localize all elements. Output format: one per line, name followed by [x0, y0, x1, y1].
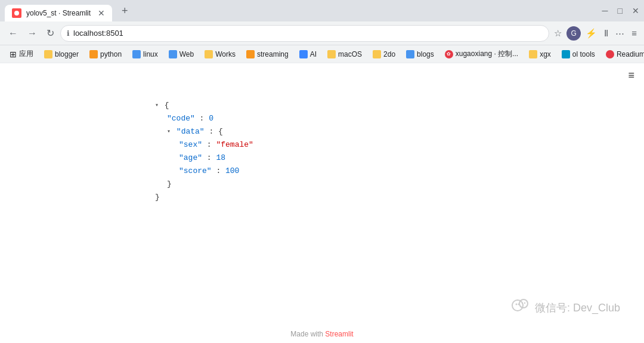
watermark-text: 微信号: Dev_Club [535, 301, 620, 315]
profile-button[interactable]: G [566, 26, 581, 41]
bookmark-2do-icon [373, 50, 381, 58]
new-tab-button[interactable]: + [117, 2, 133, 20]
refresh-button[interactable]: ↻ [43, 25, 58, 41]
bookmark-streaming-icon [246, 50, 255, 58]
ext4-button[interactable]: ≡ [629, 26, 639, 41]
bookmark-xgx[interactable]: xgx [524, 49, 556, 60]
collapse-arrow-data[interactable]: ▾ [167, 125, 171, 138]
close-button[interactable]: ✕ [632, 6, 639, 16]
bookmark-oltools-label: ol tools [572, 50, 595, 58]
json-colon-data: : { [205, 125, 223, 138]
bookmark-streaming[interactable]: streaming [242, 49, 293, 60]
watermark: 微信号: Dev_Club [511, 296, 620, 319]
json-key-code: "code" [167, 112, 195, 125]
window-controls: ─ □ ✕ [602, 6, 639, 16]
bookmark-ai[interactable]: AI [295, 49, 321, 60]
bookmark-python-label: python [100, 50, 122, 58]
json-close-brace-data: } [167, 178, 172, 191]
json-colon-age: : [202, 152, 216, 165]
bookmark-xugaoxiang[interactable]: ✿ xugaoxiang · 控制... [440, 48, 523, 60]
json-line-3: ▾ "data" : { [167, 125, 644, 138]
tab-title: yolov5_st · Streamlit [26, 9, 91, 17]
json-line-1: ▾ { [155, 99, 644, 112]
active-tab[interactable]: yolov5_st · Streamlit ✕ [5, 5, 112, 21]
json-key-sex: "sex" [179, 138, 202, 152]
bookmark-xugaoxiang-icon: ✿ [445, 50, 453, 58]
json-key-score: "score" [179, 165, 212, 178]
bookmark-xgx-icon [529, 50, 537, 58]
nav-bar: ← → ↻ ℹ localhost:8501 ☆ G ⚡ Ⅱ ⋯ ≡ [0, 21, 644, 45]
json-colon-code: : [195, 112, 209, 125]
extensions-button[interactable]: ⚡ [583, 26, 599, 41]
bookmark-star-button[interactable]: ☆ [552, 26, 564, 41]
bookmark-blogs-label: blogs [417, 50, 434, 58]
back-button[interactable]: ← [5, 26, 21, 41]
json-key-data: "data" [172, 125, 205, 138]
bookmark-streaming-label: streaming [257, 50, 289, 58]
json-close-brace-root: } [155, 191, 160, 204]
ext3-button[interactable]: ⋯ [613, 26, 627, 41]
bookmark-readium-label: Readium [617, 50, 644, 58]
bookmark-linux-label: linux [143, 50, 158, 58]
json-value-code: 0 [209, 112, 213, 125]
json-line-6: "score" : 100 [179, 165, 644, 178]
wechat-icon [511, 296, 530, 319]
bookmark-xgx-label: xgx [540, 50, 551, 58]
svg-point-5 [522, 302, 523, 304]
collapse-arrow-root[interactable]: ▾ [155, 99, 159, 112]
lock-icon: ℹ [67, 29, 70, 38]
title-bar: yolov5_st · Streamlit ✕ + ─ □ ✕ [0, 0, 644, 21]
bookmark-macos[interactable]: macOS [323, 49, 367, 60]
bookmark-web[interactable]: Web [164, 49, 199, 60]
svg-point-1 [512, 300, 523, 311]
json-value-sex: "female" [216, 138, 253, 152]
page-content: ≡ ▾ { "code" : 0 ▾ "data" : { "sex" [0, 63, 644, 343]
minimize-button[interactable]: ─ [602, 6, 608, 16]
bookmark-blogger-icon [44, 50, 52, 58]
footer-made-with: Made with [290, 330, 325, 338]
bookmark-works[interactable]: Works [200, 49, 240, 60]
svg-point-0 [14, 11, 19, 16]
bookmark-macos-label: macOS [338, 50, 362, 58]
json-value-age: 18 [216, 152, 225, 165]
bookmark-readium[interactable]: Readium [601, 49, 644, 60]
bookmark-macos-icon [327, 50, 336, 58]
json-key-age: "age" [179, 152, 202, 165]
svg-point-6 [524, 302, 525, 304]
bookmark-web-icon [169, 50, 177, 58]
browser-window: yolov5_st · Streamlit ✕ + ─ □ ✕ ← → ↻ ℹ … [0, 0, 644, 343]
tab-close-button[interactable]: ✕ [98, 8, 105, 18]
bookmarks-bar: ⊞ 应用 blogger python linux Web Works stre… [0, 45, 644, 63]
tab-favicon [12, 8, 21, 18]
tab-area: yolov5_st · Streamlit ✕ [5, 0, 112, 21]
json-line-7: } [167, 178, 644, 191]
svg-point-4 [518, 304, 519, 305]
bookmark-python[interactable]: python [85, 49, 126, 60]
bookmark-apps-label: 应用 [19, 49, 33, 59]
bookmark-apps[interactable]: ⊞ 应用 [5, 48, 38, 60]
bookmark-python-icon [89, 50, 98, 58]
bookmark-linux-icon [132, 50, 141, 58]
hamburger-menu-button[interactable]: ≡ [628, 69, 634, 82]
bookmark-blogs-icon [406, 50, 414, 58]
apps-grid-icon: ⊞ [10, 50, 17, 59]
page-footer: Made with Streamlit [0, 325, 644, 343]
bookmark-blogs[interactable]: blogs [401, 49, 439, 60]
svg-point-3 [515, 304, 517, 305]
ext2-button[interactable]: Ⅱ [602, 26, 611, 41]
json-display: ▾ { "code" : 0 ▾ "data" : { "sex" : "fem… [0, 63, 644, 325]
bookmark-oltools[interactable]: ol tools [557, 49, 600, 60]
bookmark-works-label: Works [215, 50, 236, 58]
bookmark-works-icon [205, 50, 213, 58]
bookmark-linux[interactable]: linux [128, 49, 163, 60]
bookmark-blogger[interactable]: blogger [39, 49, 83, 60]
forward-button[interactable]: → [24, 26, 41, 41]
json-open-brace-root: { [160, 99, 169, 112]
json-line-8: } [155, 191, 644, 204]
maximize-button[interactable]: □ [618, 6, 623, 16]
bookmark-2do[interactable]: 2do [368, 49, 400, 60]
address-bar[interactable]: ℹ localhost:8501 [60, 25, 549, 42]
footer-streamlit-link[interactable]: Streamlit [325, 330, 353, 338]
json-line-5: "age" : 18 [179, 152, 644, 165]
svg-point-2 [519, 299, 528, 308]
